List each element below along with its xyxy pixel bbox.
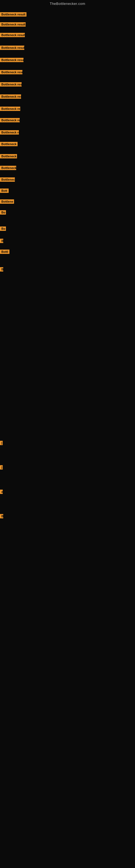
bottleneck-badge[interactable]: Bottleneck re (0, 154, 17, 158)
bottleneck-badge[interactable]: B (0, 514, 3, 518)
bottleneck-badge[interactable]: Bottleneck resu (0, 94, 21, 99)
bottleneck-badge-row: | (0, 441, 3, 446)
bottleneck-badge[interactable]: Bottl (0, 250, 9, 254)
bottleneck-badge-row: Bottleneck resu (0, 118, 20, 123)
bottleneck-badge[interactable]: Bottleneck result (0, 12, 27, 17)
bottleneck-badge-row: Bottleneck resu (0, 82, 21, 88)
bottleneck-badge[interactable]: B (0, 267, 3, 272)
bottleneck-badge-row: Bottlenec (0, 177, 15, 183)
bottleneck-badge-row: Bottleneck result (0, 22, 26, 28)
bottleneck-badge[interactable]: Bottleneck resu (0, 118, 20, 122)
bottleneck-badge[interactable]: B (0, 239, 3, 243)
bottleneck-badge[interactable]: Bottleneck re (0, 166, 16, 170)
bottleneck-badge-row: Bottleneck result (0, 33, 25, 38)
bottleneck-badge[interactable]: | (0, 465, 3, 469)
bottleneck-badge[interactable]: Bottleneck result (0, 33, 25, 37)
bottleneck-badge-row: Bottleneck re (0, 154, 17, 159)
bottleneck-badge-row: Bottleneck result (0, 12, 27, 18)
site-title: TheBottlenecker.com (0, 0, 135, 7)
bottleneck-badge[interactable]: Bottleneck resu (0, 70, 22, 74)
bottleneck-badge[interactable]: Bottleneck result (0, 45, 24, 50)
bottleneck-badge-row: Bottleneck resu (0, 106, 20, 112)
bottleneck-badge-row: Bottleneck result (0, 58, 24, 63)
bottleneck-badge-row: | (0, 465, 3, 471)
bottleneck-badge[interactable]: Bo (0, 210, 6, 215)
bottleneck-badge[interactable]: Bottleneck resu (0, 106, 20, 111)
bottleneck-badge-row: Bottleneck res (0, 130, 19, 135)
bottleneck-badge[interactable]: Bottlenec (0, 177, 15, 182)
bottleneck-badge-row: Bottlene (0, 199, 14, 205)
bottleneck-badge-row: Bottl (0, 250, 9, 255)
bottleneck-badge-row: Bo (0, 210, 6, 216)
bottleneck-badge[interactable]: Bottleneck res (0, 130, 19, 134)
bottleneck-badge-row: B (0, 239, 3, 244)
bottleneck-badge-row: e (0, 490, 3, 495)
bottleneck-badge[interactable]: | (0, 441, 3, 445)
bottleneck-badge[interactable]: Bott (0, 188, 9, 193)
bottleneck-badge[interactable]: Bottleneck result (0, 22, 26, 27)
bottleneck-badge[interactable]: Bottleneck result (0, 58, 24, 62)
bottleneck-badge-row: B (0, 267, 3, 273)
bottleneck-badge-row: Bottleneck result (0, 45, 24, 51)
bottleneck-badge[interactable]: e (0, 490, 3, 494)
bottleneck-badge[interactable]: Bottleneck re (0, 142, 17, 146)
bottleneck-badge-row: Bottleneck re (0, 142, 17, 147)
bottleneck-badge[interactable]: Bottlene (0, 199, 14, 204)
bottleneck-badge-row: Bott (0, 188, 9, 194)
bottleneck-badge-row: Bottleneck re (0, 166, 16, 171)
bottleneck-badge-row: Bottleneck resu (0, 70, 22, 75)
bottleneck-badge[interactable]: Bottleneck resu (0, 82, 21, 87)
bottleneck-badge-row: Bottleneck resu (0, 94, 21, 100)
bottleneck-badge-row: B (0, 514, 3, 520)
bottleneck-badge[interactable]: Bo (0, 226, 6, 231)
bottleneck-badge-row: Bo (0, 226, 6, 232)
